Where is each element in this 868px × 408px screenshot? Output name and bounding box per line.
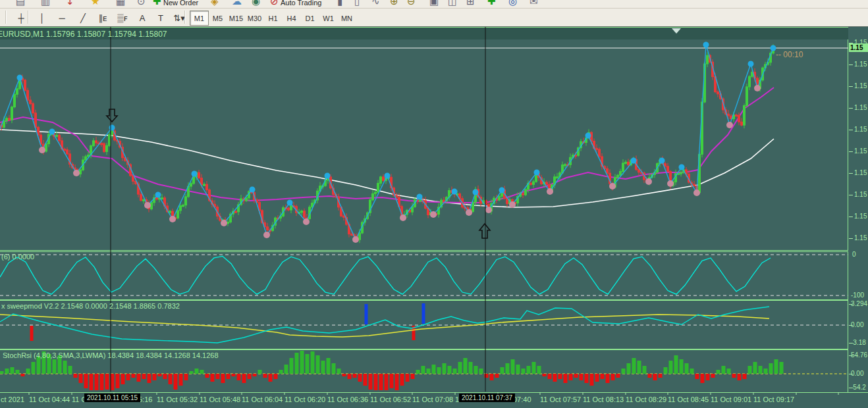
time-label: 11 Oct 05:32 <box>157 395 198 403</box>
time-label: 11 Oct 08:13 <box>583 395 624 403</box>
price-axis-label: 1.15 <box>854 147 867 155</box>
mt4-terminal: ▤▥↧★▦⊙✚◈☁◉⊘▮▯∿⊕⊖▣◫⊞✚◎✉New OrderAuto Trad… <box>0 0 868 408</box>
time-label: 11 Oct 09:17 <box>753 395 794 403</box>
axis-tick <box>849 195 853 195</box>
down-arrow-icon <box>107 109 117 122</box>
time-label: ct 2021 <box>1 395 24 403</box>
axis-tick <box>849 108 853 109</box>
axis-tick <box>849 217 853 217</box>
indicator1-axis-label: -100 <box>851 292 864 299</box>
time-label: 11 Oct 06:52 <box>370 395 411 403</box>
time-label: 5:16 <box>138 395 152 403</box>
time-label: 11 Oct 05:48 <box>200 395 240 403</box>
time-label: 11 Oct 06:20 <box>285 395 325 403</box>
axis-tick <box>849 238 853 239</box>
price-axis-label: 1.15 <box>854 213 867 220</box>
axis-tick <box>849 64 853 65</box>
indicator1-label: (6) 0.0000 <box>1 253 34 261</box>
indicator2-label: x sweepmod V2.2 2.1548 0.0000 2.1548 1.8… <box>1 302 180 310</box>
price-axis-label: 1.15 <box>854 104 867 111</box>
indicator2-axis-label: -3.18 <box>851 339 866 346</box>
axis-tick <box>849 388 853 388</box>
price-axis-label: 1.15 <box>854 61 867 68</box>
axis-tick <box>849 374 853 374</box>
price-axis-label: 1.15 <box>854 234 867 242</box>
up-arrow-icon <box>479 224 490 238</box>
indicator3-axis-label: -54.2 <box>851 384 866 391</box>
axis-tick <box>849 86 853 87</box>
axis-tick <box>849 130 853 130</box>
candle-countdown: -- 00:10 <box>776 50 803 59</box>
vline-date-box: 2021.10.11 05:15 <box>84 394 140 402</box>
countdown-dash: -- <box>776 50 781 59</box>
axis-tick <box>849 304 853 305</box>
current-price-box: 1.15 <box>849 43 868 52</box>
time-label: 11 Oct 06:36 <box>327 395 368 403</box>
vline-date-box: 2021.10.11 07:37 <box>459 394 515 402</box>
price-axis-label: 1.15 <box>854 82 867 89</box>
chart-shift-marker-icon[interactable] <box>672 28 681 34</box>
time-label: 11 Oct 04:44 <box>29 395 70 403</box>
time-label: 11 Oct 07:08 <box>412 395 453 403</box>
axis-tick <box>849 343 853 344</box>
axis-tick <box>849 173 853 174</box>
time-label: 07:40 <box>513 395 531 403</box>
chart-canvas[interactable] <box>0 0 868 408</box>
countdown-value: 00:10 <box>783 50 803 59</box>
price-axis-label: 1.15 <box>854 191 867 198</box>
price-axis-label: 1.15 <box>854 126 867 133</box>
time-label: 11 Oct 08:29 <box>626 395 666 403</box>
axis-tick <box>849 151 853 152</box>
time-label: 11 Oct 06:04 <box>242 395 283 403</box>
price-axis-label: 1.15 <box>854 169 867 176</box>
time-label: 11 Oct 07:57 <box>540 395 581 403</box>
indicator2-axis-label: 3.294 <box>851 300 867 307</box>
indicator1-axis-label: 0 <box>852 251 856 258</box>
axis-tick <box>849 355 853 356</box>
axis-tick <box>849 325 853 326</box>
indicator3-label: StochRsi (4,80,3,SMA,3,LWMA) 18.4384 18.… <box>3 351 219 359</box>
time-label: 11 Oct 08:45 <box>668 395 709 403</box>
chart-ohlc-title: EURUSD,M1 1.15796 1.15807 1.15794 1.1580… <box>0 30 167 39</box>
time-label: 11 Oct 09:01 <box>711 395 751 403</box>
indicator3-axis-label: 54.76 <box>851 351 867 359</box>
